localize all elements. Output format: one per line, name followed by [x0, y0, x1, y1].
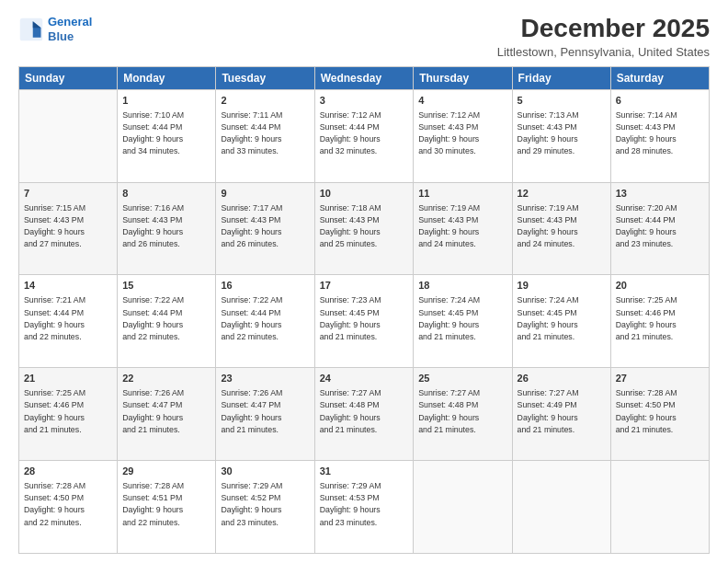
day-number: 20 [616, 279, 704, 293]
logo-line1: General [48, 15, 92, 29]
day-number: 9 [221, 187, 309, 201]
day-number: 31 [320, 465, 409, 479]
calendar-cell [512, 461, 610, 554]
day-info: Sunrise: 7:24 AM Sunset: 4:45 PM Dayligh… [518, 294, 606, 343]
day-info: Sunrise: 7:13 AM Sunset: 4:43 PM Dayligh… [518, 109, 606, 158]
calendar-cell: 25Sunrise: 7:27 AM Sunset: 4:48 PM Dayli… [414, 368, 512, 461]
day-number: 30 [221, 465, 309, 479]
day-info: Sunrise: 7:14 AM Sunset: 4:43 PM Dayligh… [616, 109, 704, 158]
day-info: Sunrise: 7:24 AM Sunset: 4:45 PM Dayligh… [418, 294, 506, 343]
calendar-cell: 7Sunrise: 7:15 AM Sunset: 4:43 PM Daylig… [19, 182, 118, 275]
calendar-header-monday: Monday [118, 66, 216, 89]
day-info: Sunrise: 7:11 AM Sunset: 4:44 PM Dayligh… [221, 109, 309, 158]
day-number: 4 [418, 94, 506, 109]
header: General Blue December 2025 Littlestown, … [18, 15, 710, 59]
day-info: Sunrise: 7:10 AM Sunset: 4:44 PM Dayligh… [122, 109, 210, 158]
calendar-cell: 17Sunrise: 7:23 AM Sunset: 4:45 PM Dayli… [314, 275, 414, 368]
day-info: Sunrise: 7:16 AM Sunset: 4:43 PM Dayligh… [122, 202, 210, 251]
calendar-cell: 20Sunrise: 7:25 AM Sunset: 4:46 PM Dayli… [610, 275, 709, 368]
calendar-header-row: SundayMondayTuesdayWednesdayThursdayFrid… [19, 66, 710, 89]
calendar-cell: 4Sunrise: 7:12 AM Sunset: 4:43 PM Daylig… [414, 89, 512, 182]
calendar-cell: 22Sunrise: 7:26 AM Sunset: 4:47 PM Dayli… [118, 368, 216, 461]
calendar-cell [19, 89, 118, 182]
day-info: Sunrise: 7:26 AM Sunset: 4:47 PM Dayligh… [122, 387, 210, 436]
calendar-header-tuesday: Tuesday [216, 66, 314, 89]
calendar-week-row: 1Sunrise: 7:10 AM Sunset: 4:44 PM Daylig… [19, 89, 710, 182]
calendar-cell: 31Sunrise: 7:29 AM Sunset: 4:53 PM Dayli… [314, 461, 414, 554]
calendar-cell: 11Sunrise: 7:19 AM Sunset: 4:43 PM Dayli… [414, 182, 512, 275]
page: General Blue December 2025 Littlestown, … [0, 0, 728, 563]
calendar-cell: 8Sunrise: 7:16 AM Sunset: 4:43 PM Daylig… [118, 182, 216, 275]
calendar-week-row: 7Sunrise: 7:15 AM Sunset: 4:43 PM Daylig… [19, 182, 710, 275]
calendar-cell: 29Sunrise: 7:28 AM Sunset: 4:51 PM Dayli… [118, 461, 216, 554]
logo-icon [18, 17, 44, 42]
calendar-cell: 28Sunrise: 7:28 AM Sunset: 4:50 PM Dayli… [19, 461, 118, 554]
calendar-cell [414, 461, 512, 554]
day-info: Sunrise: 7:25 AM Sunset: 4:46 PM Dayligh… [616, 294, 704, 343]
calendar-week-row: 28Sunrise: 7:28 AM Sunset: 4:50 PM Dayli… [19, 461, 710, 554]
day-info: Sunrise: 7:27 AM Sunset: 4:48 PM Dayligh… [320, 387, 409, 436]
calendar-cell: 5Sunrise: 7:13 AM Sunset: 4:43 PM Daylig… [512, 89, 610, 182]
calendar-cell: 12Sunrise: 7:19 AM Sunset: 4:43 PM Dayli… [512, 182, 610, 275]
day-info: Sunrise: 7:17 AM Sunset: 4:43 PM Dayligh… [221, 202, 309, 251]
day-number: 17 [320, 279, 409, 293]
calendar-header-saturday: Saturday [610, 66, 709, 89]
day-number: 2 [221, 94, 309, 109]
calendar-cell: 23Sunrise: 7:26 AM Sunset: 4:47 PM Dayli… [216, 368, 314, 461]
day-info: Sunrise: 7:22 AM Sunset: 4:44 PM Dayligh… [221, 294, 309, 343]
day-info: Sunrise: 7:28 AM Sunset: 4:50 PM Dayligh… [24, 480, 112, 529]
calendar-header-friday: Friday [512, 66, 610, 89]
day-number: 28 [24, 465, 112, 479]
day-number: 19 [518, 279, 606, 293]
logo: General Blue [18, 15, 92, 43]
day-info: Sunrise: 7:22 AM Sunset: 4:44 PM Dayligh… [122, 294, 210, 343]
day-number: 24 [320, 372, 409, 386]
day-info: Sunrise: 7:21 AM Sunset: 4:44 PM Dayligh… [24, 294, 112, 343]
day-info: Sunrise: 7:18 AM Sunset: 4:43 PM Dayligh… [320, 202, 409, 251]
day-number: 6 [616, 94, 704, 109]
day-number: 10 [320, 187, 409, 201]
day-number: 14 [24, 279, 112, 293]
title-block: December 2025 Littlestown, Pennsylvania,… [497, 15, 710, 59]
day-number: 1 [122, 94, 210, 109]
calendar-header-thursday: Thursday [414, 66, 512, 89]
day-number: 12 [518, 187, 606, 201]
day-number: 27 [616, 372, 704, 386]
main-title: December 2025 [497, 15, 710, 43]
day-number: 25 [418, 372, 506, 386]
day-info: Sunrise: 7:28 AM Sunset: 4:50 PM Dayligh… [616, 387, 704, 436]
day-number: 21 [24, 372, 112, 386]
calendar-cell: 6Sunrise: 7:14 AM Sunset: 4:43 PM Daylig… [610, 89, 709, 182]
day-number: 22 [122, 372, 210, 386]
day-info: Sunrise: 7:28 AM Sunset: 4:51 PM Dayligh… [122, 480, 210, 529]
calendar-header-sunday: Sunday [19, 66, 118, 89]
calendar-cell: 13Sunrise: 7:20 AM Sunset: 4:44 PM Dayli… [610, 182, 709, 275]
day-number: 5 [518, 94, 606, 109]
day-info: Sunrise: 7:23 AM Sunset: 4:45 PM Dayligh… [320, 294, 409, 343]
day-number: 18 [418, 279, 506, 293]
day-number: 7 [24, 187, 112, 201]
day-info: Sunrise: 7:29 AM Sunset: 4:53 PM Dayligh… [320, 480, 409, 529]
calendar-cell: 18Sunrise: 7:24 AM Sunset: 4:45 PM Dayli… [414, 275, 512, 368]
day-info: Sunrise: 7:12 AM Sunset: 4:44 PM Dayligh… [320, 109, 409, 158]
calendar-cell: 2Sunrise: 7:11 AM Sunset: 4:44 PM Daylig… [216, 89, 314, 182]
calendar-cell: 30Sunrise: 7:29 AM Sunset: 4:52 PM Dayli… [216, 461, 314, 554]
calendar-cell: 3Sunrise: 7:12 AM Sunset: 4:44 PM Daylig… [314, 89, 414, 182]
day-info: Sunrise: 7:19 AM Sunset: 4:43 PM Dayligh… [518, 202, 606, 251]
day-info: Sunrise: 7:20 AM Sunset: 4:44 PM Dayligh… [616, 202, 704, 251]
calendar-week-row: 14Sunrise: 7:21 AM Sunset: 4:44 PM Dayli… [19, 275, 710, 368]
subtitle: Littlestown, Pennsylvania, United States [497, 45, 710, 59]
day-number: 8 [122, 187, 210, 201]
calendar-cell: 15Sunrise: 7:22 AM Sunset: 4:44 PM Dayli… [118, 275, 216, 368]
day-number: 23 [221, 372, 309, 386]
calendar-cell: 21Sunrise: 7:25 AM Sunset: 4:46 PM Dayli… [19, 368, 118, 461]
calendar-week-row: 21Sunrise: 7:25 AM Sunset: 4:46 PM Dayli… [19, 368, 710, 461]
calendar-cell: 27Sunrise: 7:28 AM Sunset: 4:50 PM Dayli… [610, 368, 709, 461]
day-info: Sunrise: 7:27 AM Sunset: 4:49 PM Dayligh… [518, 387, 606, 436]
calendar: SundayMondayTuesdayWednesdayThursdayFrid… [18, 66, 710, 554]
day-number: 16 [221, 279, 309, 293]
day-info: Sunrise: 7:27 AM Sunset: 4:48 PM Dayligh… [418, 387, 506, 436]
calendar-cell: 1Sunrise: 7:10 AM Sunset: 4:44 PM Daylig… [118, 89, 216, 182]
calendar-cell: 24Sunrise: 7:27 AM Sunset: 4:48 PM Dayli… [314, 368, 414, 461]
day-number: 26 [518, 372, 606, 386]
